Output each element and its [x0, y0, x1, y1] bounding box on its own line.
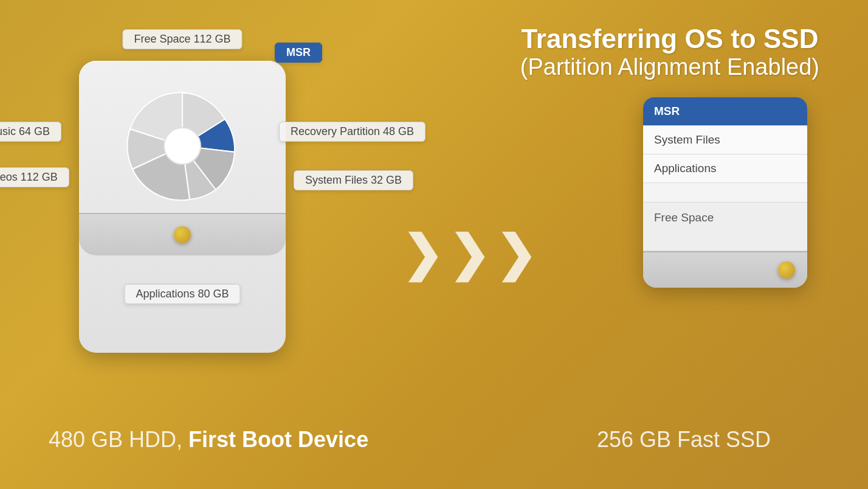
hdd-label-recovery: Recovery Partition 48 GB	[279, 122, 425, 142]
ssd-partition-list: MSR System Files Applications Free Space	[643, 97, 807, 251]
hdd-label-systemfiles: System Files 32 GB	[294, 170, 413, 190]
arrow-3: ❯	[495, 230, 536, 279]
svg-point-0	[164, 128, 201, 164]
ssd-partition-freespace: Free Space	[643, 203, 807, 251]
hdd-device: Free Space 112 GB MSR Recovery Partition…	[79, 61, 286, 353]
ssd-device: MSR System Files Applications Free Space	[643, 97, 807, 288]
ssd-partition-msr: MSR	[643, 97, 807, 126]
hdd-label-applications: Applications 80 GB	[124, 284, 240, 304]
ssd-dot	[778, 262, 795, 279]
title-area: Transferring OS to SSD (Partition Alignm…	[520, 24, 819, 82]
hdd-label-freespace: Free Space 112 GB	[122, 29, 242, 49]
hdd-label-videos: Videos 112 GB	[0, 167, 69, 187]
title-line1: Transferring OS to SSD	[520, 24, 819, 54]
hdd-dot	[174, 226, 191, 243]
ssd-bottom-label: 256 GB Fast SSD	[597, 427, 771, 453]
title-line2: (Partition Alignment Enabled)	[520, 54, 819, 82]
arrows-area: ❯ ❯ ❯	[402, 230, 536, 279]
hdd-body	[79, 61, 286, 353]
hdd-bottom-label: 480 GB HDD, First Boot Device	[49, 427, 368, 453]
ssd-footer	[643, 251, 807, 288]
ssd-body: MSR System Files Applications Free Space	[643, 97, 807, 288]
arrow-1: ❯	[402, 230, 443, 279]
hdd-label-music: Music 64 GB	[0, 122, 61, 142]
hdd-label-msr: MSR	[275, 43, 322, 63]
pie-chart	[122, 85, 243, 207]
hdd-footer	[79, 213, 286, 255]
ssd-partition-systemfiles: System Files	[643, 126, 807, 154]
ssd-partition-spacer	[643, 183, 807, 203]
ssd-partition-applications: Applications	[643, 154, 807, 183]
arrow-2: ❯	[449, 230, 489, 279]
